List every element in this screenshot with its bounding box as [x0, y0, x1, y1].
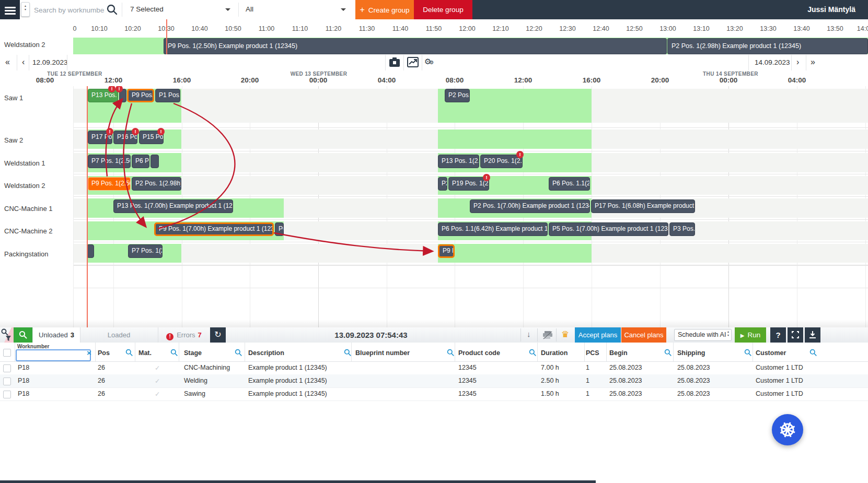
table-cell: Example product 1 (12345) [248, 377, 327, 384]
horizontal-scrollbar[interactable] [0, 480, 596, 483]
select-all-checkbox[interactable] [3, 349, 11, 357]
mini-time-label: 11:50 [426, 25, 442, 32]
snapshot-camera-icon[interactable] [389, 57, 402, 68]
table-cell: 25.08.2023 [609, 377, 642, 384]
column-search-icon[interactable] [170, 349, 178, 358]
tab-count: 3 [71, 331, 74, 339]
chevron-down-icon[interactable] [341, 8, 346, 11]
crown-icon[interactable]: ♛ [561, 329, 569, 340]
search-icon[interactable] [106, 4, 118, 16]
tab-errors[interactable]: !Errors7 [158, 327, 211, 343]
table-cell: Sawing [184, 390, 205, 397]
divider [748, 55, 749, 70]
column-search-icon[interactable] [744, 349, 751, 358]
table-cell: 26 [98, 390, 105, 397]
forward-button[interactable]: › [796, 57, 799, 67]
schedule-mode-select[interactable]: Schedule with AI ▴▾ [674, 329, 732, 341]
download-button[interactable] [805, 327, 820, 343]
column-divider [179, 343, 179, 361]
support-fab-button[interactable] [772, 414, 803, 445]
task-bar[interactable]: P9 Pos. 1(2.50h) Example product 1 (1234… [164, 38, 667, 54]
column-divider [537, 343, 538, 361]
table-cell: 1 [586, 377, 589, 384]
column-search-icon[interactable] [447, 349, 454, 358]
material-check-icon: ✓ [155, 377, 160, 385]
table-cell: 1 [586, 390, 589, 397]
end-date[interactable]: 14.09.2023 [755, 58, 790, 66]
column-search-icon[interactable] [344, 349, 351, 358]
printer-icon[interactable] [542, 331, 553, 339]
zoom-stepper[interactable]: ▴▾ [21, 2, 30, 17]
worknumber-filter-input[interactable] [16, 349, 91, 361]
table-row[interactable]: P1826✓CNC-MachiningExample product 1 (12… [0, 361, 868, 375]
sort-down-icon[interactable]: ↓ [527, 329, 531, 338]
plans-toolbar: Unloaded3Loaded!Errors7 ↻ 13.09.2023 07:… [0, 327, 868, 343]
column-header-product-code[interactable]: Product code [458, 349, 500, 357]
table-row[interactable]: P1826✓SawingExample product 1 (12345)123… [0, 387, 868, 401]
column-search-icon[interactable] [125, 349, 133, 358]
column-header-blueprint-number[interactable]: Blueprint number [355, 349, 410, 357]
mini-time-label: 14:0 [857, 25, 868, 32]
time-label: 20:00 [241, 76, 259, 84]
column-divider [351, 343, 352, 361]
search-icon[interactable] [1, 328, 8, 336]
column-search-icon[interactable] [664, 349, 672, 358]
chart-icon[interactable] [407, 57, 421, 68]
column-header-pos[interactable]: Pos [98, 349, 110, 357]
column-header-description[interactable]: Description [248, 349, 284, 357]
column-header-duration[interactable]: Duration [541, 349, 568, 357]
column-header-shipping[interactable]: Shipping [677, 349, 705, 357]
groups-dropdown[interactable]: 7 Selected [130, 5, 164, 13]
run-button[interactable]: ▶Run [735, 327, 766, 343]
start-date[interactable]: 12.09.2023 [32, 58, 68, 66]
table-cell: P18 [18, 390, 29, 397]
filter-dropdown[interactable]: All [246, 5, 253, 13]
column-search-icon[interactable] [529, 349, 536, 358]
accept-plans-button[interactable]: Accept plans [575, 327, 621, 343]
mini-time-label: 13:30 [760, 25, 776, 32]
gear-settings-icon[interactable]: ⚙⚙ [424, 57, 434, 66]
plus-icon: + [360, 5, 364, 14]
help-button[interactable]: ? [770, 327, 786, 343]
tab-unloaded[interactable]: Unloaded3 [32, 327, 80, 343]
column-header-pcs[interactable]: PCS [586, 349, 599, 357]
mini-time-label: 13:40 [793, 25, 809, 32]
refresh-button[interactable]: ↻ [210, 327, 226, 343]
column-header-customer[interactable]: Customer [756, 349, 786, 357]
clear-filter-icon[interactable]: × [87, 348, 91, 357]
search-input[interactable] [33, 3, 106, 17]
back-button[interactable]: ‹ [22, 57, 25, 67]
row-checkbox[interactable] [3, 378, 11, 385]
table-cell: 25.08.2023 [677, 364, 710, 371]
tab-label: Loaded [108, 331, 130, 339]
chevron-down-icon[interactable] [225, 8, 230, 11]
cancel-plans-button[interactable]: Cancel plans [621, 327, 666, 343]
user-name[interactable]: Jussi Mäntylä [807, 5, 855, 14]
menu-button[interactable] [0, 0, 20, 19]
create-group-button[interactable]: +Create group [355, 0, 414, 19]
fullscreen-button[interactable] [788, 327, 803, 343]
table-search-button[interactable] [14, 327, 32, 343]
mini-time-label: 0 [73, 25, 77, 32]
row-checkbox[interactable] [3, 364, 11, 372]
column-header-begin[interactable]: Begin [609, 349, 628, 357]
column-header-stage[interactable]: Stage [184, 349, 202, 357]
row-checkbox[interactable] [3, 391, 11, 398]
column-divider [455, 343, 455, 361]
table-cell: 25.08.2023 [609, 364, 642, 371]
filter-funnel-icon[interactable] [5, 335, 11, 341]
tab-loaded[interactable]: Loaded [80, 327, 158, 343]
warning-badge: ! [132, 128, 139, 135]
column-search-icon[interactable] [809, 349, 817, 358]
fast-back-button[interactable]: « [5, 57, 10, 67]
column-search-icon[interactable] [235, 349, 242, 358]
fast-forward-button[interactable]: » [811, 57, 815, 67]
table-cell: 1 [586, 364, 589, 371]
time-label: 08:00 [446, 76, 464, 84]
table-row[interactable]: P1826✓WeldingExample product 1 (12345)12… [0, 374, 868, 388]
column-header-mat-[interactable]: Mat. [138, 349, 152, 357]
column-divider [753, 343, 753, 361]
column-divider [673, 343, 674, 361]
task-bar[interactable]: P2 Pos. 1(2.98h) Example product 1 (1234… [667, 38, 868, 54]
delete-group-button[interactable]: Delete group [414, 0, 472, 19]
